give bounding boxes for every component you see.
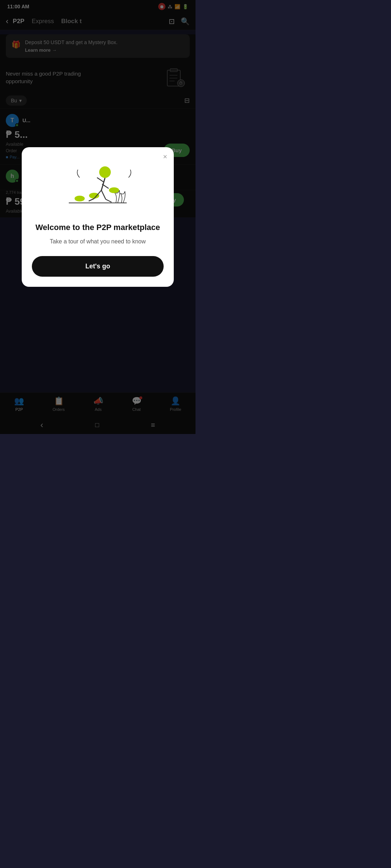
lets-go-button[interactable]: Let's go [32, 256, 164, 277]
svg-line-16 [89, 199, 94, 201]
svg-line-13 [97, 178, 104, 182]
welcome-modal: × [22, 147, 174, 287]
modal-illustration [32, 156, 164, 214]
svg-line-12 [101, 178, 105, 190]
svg-point-10 [75, 196, 85, 201]
modal-overlay: × [0, 0, 196, 434]
modal-close-button[interactable]: × [163, 153, 167, 160]
svg-point-11 [99, 166, 111, 178]
svg-line-17 [101, 190, 106, 199]
modal-title: Welcome to the P2P marketplace [32, 222, 164, 233]
svg-point-9 [109, 187, 119, 193]
modal-subtitle: Take a tour of what you need to know [32, 237, 164, 246]
svg-line-18 [106, 199, 112, 202]
svg-point-8 [89, 193, 99, 199]
